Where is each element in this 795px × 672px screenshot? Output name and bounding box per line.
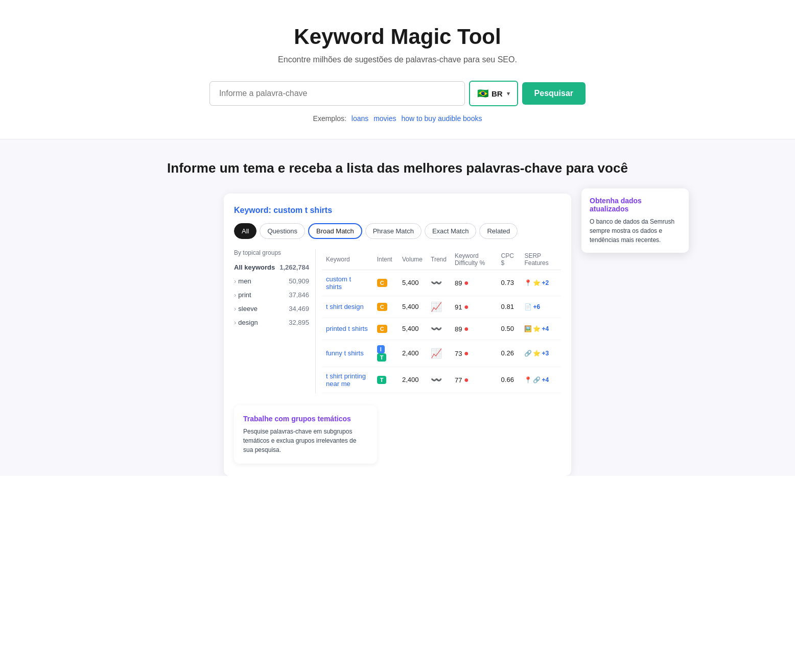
difficulty-dot-3: ● — [464, 324, 469, 333]
star-icon-3: ⭐ — [533, 325, 541, 332]
tab-broad-match[interactable]: Broad Match — [308, 223, 362, 239]
difficulty-3: 89 ● — [451, 318, 497, 340]
table-layout: By topical groups All keywords 1,262,784… — [234, 249, 561, 393]
hero-section: Keyword Magic Tool Encontre milhões de s… — [0, 0, 795, 139]
serp-2: 📄+6 — [520, 296, 561, 318]
chevron-right-icon: › — [234, 305, 236, 313]
link-icon-5: 🔗 — [533, 376, 541, 383]
groups-sidebar: By topical groups All keywords 1,262,784… — [234, 249, 316, 393]
cpc-2: 0.81 — [497, 296, 521, 318]
intent-badge-5: T — [377, 376, 387, 384]
star-icon: ⭐ — [533, 279, 541, 286]
country-flag: 🇧🇷 — [477, 88, 488, 99]
group-row-sleeve[interactable]: ›sleeve 34,469 — [234, 302, 309, 316]
example-link-audible[interactable]: how to buy audible books — [401, 114, 482, 123]
img-icon: 🖼️ — [524, 325, 532, 332]
group-sleeve-label: ›sleeve — [234, 305, 258, 313]
serp-extra-5: +4 — [542, 376, 549, 383]
group-row-men[interactable]: ›men 50,909 — [234, 274, 309, 288]
country-code: BR — [492, 89, 503, 98]
trend-3: 〰️ — [427, 318, 451, 340]
trend-2: 📈 — [427, 296, 451, 318]
tab-exact-match[interactable]: Exact Match — [425, 223, 477, 239]
col-cpc: CPC $ — [497, 249, 521, 270]
group-print-count: 37,846 — [289, 291, 309, 299]
difficulty-dot-1: ● — [464, 278, 469, 287]
chevron-right-icon: › — [234, 319, 236, 326]
tab-questions[interactable]: Questions — [260, 223, 305, 239]
table-row: t shirt design C 5,400 📈 91 ● 0.81 📄+6 — [322, 296, 561, 318]
filter-tabs: All Questions Broad Match Phrase Match E… — [234, 223, 561, 239]
demo-area: Obtenha dados atualizados O banco de dad… — [10, 194, 785, 476]
cpc-3: 0.50 — [497, 318, 521, 340]
search-button[interactable]: Pesquisar — [522, 82, 586, 105]
doc-icon: 📄 — [524, 303, 532, 310]
volume-1: 5,400 — [398, 270, 427, 296]
group-row-print[interactable]: ›print 37,846 — [234, 288, 309, 302]
tab-all[interactable]: All — [234, 223, 256, 239]
col-difficulty: Keyword Difficulty % — [451, 249, 497, 270]
table-wrapper: Keyword Intent Volume Trend Keyword Diff… — [322, 249, 561, 393]
bottom-card-text: Pesquise palavras-chave em subgrupos tem… — [243, 427, 368, 454]
hero-subtitle: Encontre milhões de sugestões de palavra… — [10, 55, 785, 64]
table-row: t shirt printing near me T 2,400 〰️ 77 ●… — [322, 367, 561, 393]
keyword-link-3[interactable]: printed t shirts — [326, 325, 368, 332]
difficulty-5: 77 ● — [451, 367, 497, 393]
cpc-5: 0.66 — [497, 367, 521, 393]
difficulty-4: 73 ● — [451, 340, 497, 367]
group-men-count: 50,909 — [289, 277, 309, 285]
difficulty-dot-2: ● — [464, 302, 469, 311]
keyword-link-1[interactable]: custom t shirts — [326, 275, 351, 291]
group-design-label: ›design — [234, 319, 258, 326]
page-title: Keyword Magic Tool — [10, 25, 785, 49]
group-row-design[interactable]: ›design 32,895 — [234, 316, 309, 329]
difficulty-2: 91 ● — [451, 296, 497, 318]
table-row: printed t shirts C 5,400 〰️ 89 ● 0.50 🖼️… — [322, 318, 561, 340]
trend-sparkline-2: 📈 — [431, 302, 442, 312]
serp-extra-2: +6 — [533, 303, 540, 310]
group-design-count: 32,895 — [289, 319, 309, 326]
example-link-loans[interactable]: loans — [352, 114, 368, 123]
col-volume: Volume — [398, 249, 427, 270]
group-row-all[interactable]: All keywords 1,262,784 — [234, 260, 309, 274]
keyword-label: Keyword: custom t shirts — [234, 206, 561, 215]
col-trend: Trend — [427, 249, 451, 270]
serp-extra-3: +4 — [542, 325, 549, 332]
middle-section: Informe um tema e receba a lista das mel… — [0, 139, 795, 476]
col-keyword: Keyword — [322, 249, 373, 270]
volume-2: 5,400 — [398, 296, 427, 318]
examples-row: Exemplos: loans movies how to buy audibl… — [10, 114, 785, 123]
bottom-info-card: Trabalhe com grupos temáticos Pesquise p… — [234, 405, 377, 464]
group-print-label: ›print — [234, 291, 251, 299]
trend-sparkline-3: 〰️ — [431, 324, 442, 334]
keyword-link-4[interactable]: funny t shirts — [326, 349, 364, 357]
tab-phrase-match[interactable]: Phrase Match — [365, 223, 422, 239]
serp-extra-4: +3 — [542, 350, 549, 357]
pin-icon-5: 📍 — [524, 376, 532, 383]
difficulty-dot-4: ● — [464, 349, 469, 357]
search-input[interactable] — [209, 81, 465, 106]
bottom-card-title: Trabalhe com grupos temáticos — [243, 415, 368, 423]
middle-title: Informe um tema e receba a lista das mel… — [10, 160, 785, 177]
difficulty-dot-5: ● — [464, 375, 469, 384]
trend-sparkline-5: 〰️ — [431, 375, 442, 385]
intent-badge-3: C — [377, 325, 387, 333]
search-bar: 🇧🇷 BR ▾ Pesquisar — [10, 81, 785, 106]
trend-5: 〰️ — [427, 367, 451, 393]
volume-3: 5,400 — [398, 318, 427, 340]
group-all-count: 1,262,784 — [279, 263, 309, 271]
intent-badge-4b: T — [377, 353, 387, 362]
table-row: funny t shirts I T 2,400 📈 73 ● 0.26 🔗⭐+… — [322, 340, 561, 367]
keyword-link-2[interactable]: t shirt design — [326, 303, 364, 310]
cpc-4: 0.26 — [497, 340, 521, 367]
intent-badge-2: C — [377, 303, 387, 311]
tab-related[interactable]: Related — [479, 223, 518, 239]
table-row: custom t shirts C 5,400 〰️ 89 ● 0.73 📍⭐+… — [322, 270, 561, 296]
example-link-movies[interactable]: movies — [373, 114, 396, 123]
keyword-link-5[interactable]: t shirt printing near me — [326, 372, 366, 388]
country-selector-button[interactable]: 🇧🇷 BR ▾ — [469, 81, 518, 106]
group-men-label: ›men — [234, 277, 251, 285]
pin-icon: 📍 — [524, 279, 532, 286]
chevron-right-icon: › — [234, 291, 236, 299]
group-all-label: All keywords — [234, 263, 275, 271]
